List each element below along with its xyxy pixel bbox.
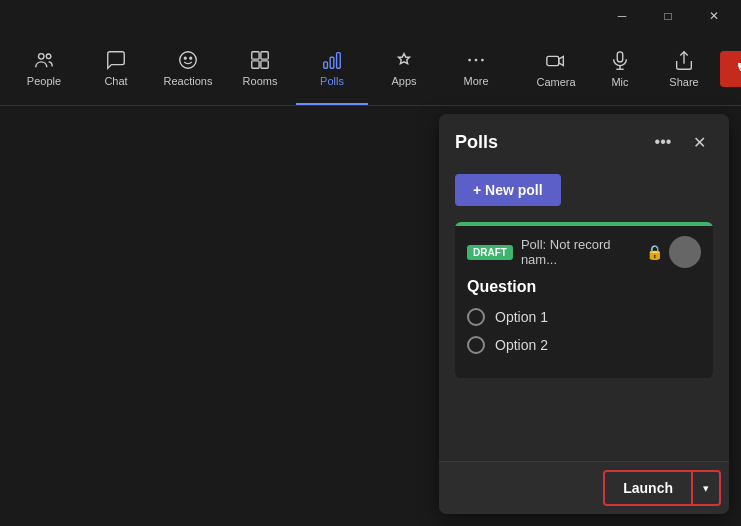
option-1-label: Option 1 — [495, 309, 548, 325]
avatar — [669, 236, 701, 268]
nav-items-right: Camera Mic Share — [528, 39, 741, 99]
radio-option-2[interactable] — [467, 336, 485, 354]
svg-point-14 — [481, 58, 484, 61]
sidebar-item-chat[interactable]: Chat — [80, 33, 152, 105]
polls-more-button[interactable]: ••• — [649, 128, 677, 156]
poll-card-header-right: 🔒 — [646, 236, 701, 268]
launch-button[interactable]: Launch — [603, 470, 693, 506]
option-2-label: Option 2 — [495, 337, 548, 353]
chat-label: Chat — [104, 75, 127, 87]
svg-point-13 — [475, 58, 478, 61]
leave-button[interactable]: Leave — [720, 51, 741, 87]
poll-card-header: DRAFT Poll: Not record nam... 🔒 — [455, 226, 713, 274]
phone-icon — [736, 61, 741, 77]
more-label: More — [463, 75, 488, 87]
camera-label: Camera — [536, 76, 575, 88]
svg-point-3 — [184, 57, 186, 59]
mic-button[interactable]: Mic — [592, 39, 648, 99]
radio-option-1[interactable] — [467, 308, 485, 326]
sidebar-item-more[interactable]: More — [440, 33, 512, 105]
mic-icon — [609, 50, 631, 72]
polls-header-actions: ••• ✕ — [649, 128, 713, 156]
poll-option-1: Option 1 — [467, 308, 701, 326]
sidebar-item-polls[interactable]: Polls — [296, 33, 368, 105]
poll-option-2: Option 2 — [467, 336, 701, 354]
polls-content: + New poll DRAFT Poll: Not record nam...… — [439, 166, 729, 461]
poll-name: Poll: Not record nam... — [521, 237, 646, 267]
polls-icon — [321, 49, 343, 71]
new-poll-button[interactable]: + New poll — [455, 174, 561, 206]
chat-icon — [105, 49, 127, 71]
share-icon — [673, 50, 695, 72]
share-label: Share — [669, 76, 698, 88]
nav-items-left: People Chat Reactions — [0, 33, 512, 105]
rooms-label: Rooms — [243, 75, 278, 87]
mic-label: Mic — [611, 76, 628, 88]
close-button[interactable]: ✕ — [691, 0, 737, 32]
sidebar-item-people[interactable]: People — [8, 33, 80, 105]
polls-panel-title: Polls — [455, 132, 498, 153]
main-area: Polls ••• ✕ + New poll DRAFT Poll: Not r… — [0, 106, 741, 526]
launch-chevron-icon: ▾ — [703, 482, 709, 495]
svg-rect-6 — [261, 51, 268, 58]
svg-point-0 — [39, 53, 45, 59]
draft-badge: DRAFT — [467, 245, 513, 260]
poll-card-body: Question Option 1 Option 2 — [455, 274, 713, 378]
polls-panel: Polls ••• ✕ + New poll DRAFT Poll: Not r… — [439, 114, 729, 514]
sidebar-item-apps[interactable]: Apps — [368, 33, 440, 105]
svg-rect-5 — [252, 51, 259, 58]
launch-chevron-button[interactable]: ▾ — [693, 470, 721, 506]
svg-rect-10 — [330, 57, 334, 68]
lock-icon: 🔒 — [646, 244, 663, 260]
title-bar: ─ □ ✕ — [0, 0, 741, 32]
svg-rect-7 — [252, 60, 259, 67]
svg-point-12 — [468, 58, 471, 61]
svg-rect-8 — [261, 60, 268, 67]
sidebar-item-reactions[interactable]: Reactions — [152, 33, 224, 105]
polls-label: Polls — [320, 75, 344, 87]
svg-point-1 — [46, 54, 51, 59]
camera-icon — [545, 50, 567, 72]
minimize-button[interactable]: ─ — [599, 0, 645, 32]
camera-button[interactable]: Camera — [528, 39, 584, 99]
reactions-label: Reactions — [164, 75, 213, 87]
svg-point-4 — [190, 57, 192, 59]
poll-card: DRAFT Poll: Not record nam... 🔒 Question… — [455, 222, 713, 378]
poll-card-header-left: DRAFT Poll: Not record nam... — [467, 237, 646, 267]
nav-bar: People Chat Reactions — [0, 32, 741, 106]
people-icon — [33, 49, 55, 71]
people-label: People — [27, 75, 61, 87]
reactions-icon — [177, 49, 199, 71]
svg-rect-11 — [337, 52, 341, 68]
svg-rect-9 — [324, 61, 328, 67]
apps-icon — [393, 49, 415, 71]
more-icon — [465, 49, 487, 71]
share-button[interactable]: Share — [656, 39, 712, 99]
poll-question: Question — [467, 278, 701, 296]
svg-rect-16 — [617, 51, 623, 61]
sidebar-item-rooms[interactable]: Rooms — [224, 33, 296, 105]
polls-footer: Launch ▾ — [439, 461, 729, 514]
rooms-icon — [249, 49, 271, 71]
polls-panel-header: Polls ••• ✕ — [439, 114, 729, 166]
svg-rect-15 — [547, 56, 559, 65]
leave-button-group: Leave ▾ — [720, 51, 741, 87]
svg-point-2 — [180, 51, 197, 68]
apps-label: Apps — [391, 75, 416, 87]
polls-close-button[interactable]: ✕ — [685, 128, 713, 156]
maximize-button[interactable]: □ — [645, 0, 691, 32]
